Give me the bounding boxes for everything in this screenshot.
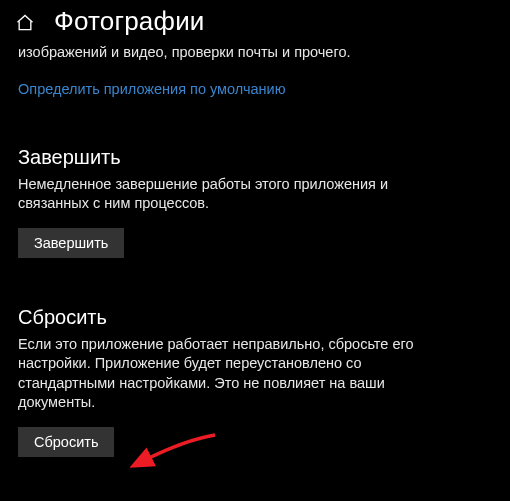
reset-section: Сбросить Если это приложение работает не… [18,306,492,457]
reset-desc: Если это приложение работает неправильно… [18,335,448,413]
set-defaults-link[interactable]: Определить приложения по умолчанию [18,81,286,97]
reset-button[interactable]: Сбросить [18,427,114,457]
content: изображений и видео, проверки почты и пр… [0,37,510,457]
home-icon[interactable] [14,12,36,34]
terminate-title: Завершить [18,146,492,169]
terminate-section: Завершить Немедленное завершение работы … [18,146,492,258]
reset-title: Сбросить [18,306,492,329]
page-title: Фотографии [54,6,205,37]
header: Фотографии [0,0,510,37]
defaults-paragraph-tail: изображений и видео, проверки почты и пр… [18,43,492,63]
terminate-desc: Немедленное завершение работы этого прил… [18,175,448,214]
terminate-button[interactable]: Завершить [18,228,124,258]
